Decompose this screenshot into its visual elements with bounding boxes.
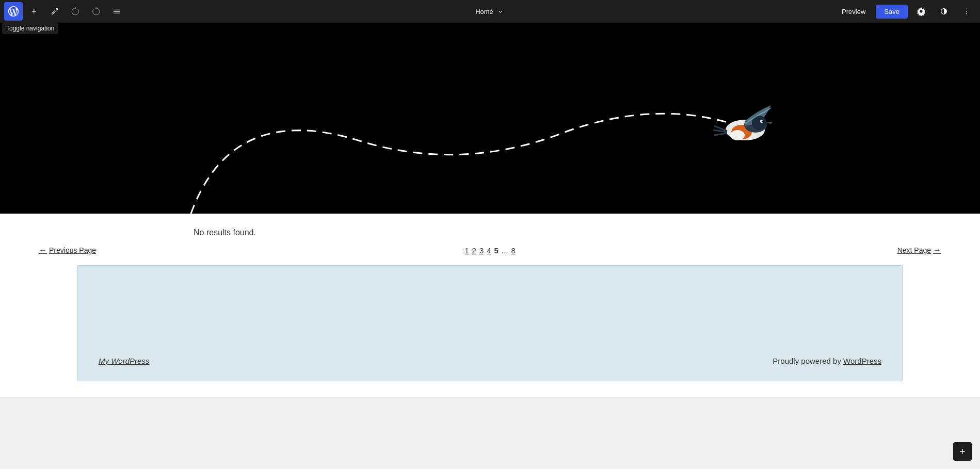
dashed-path-svg: [0, 23, 980, 214]
list-view-button[interactable]: [107, 2, 126, 21]
add-block-bottom-button[interactable]: [953, 442, 972, 461]
appearance-button[interactable]: [935, 2, 953, 21]
hero-section: [0, 23, 980, 214]
settings-button[interactable]: [912, 2, 930, 21]
page-1-link[interactable]: 1: [464, 246, 469, 255]
toolbar-center: Home: [471, 5, 509, 18]
content-inner: No results found.: [0, 228, 980, 237]
preview-button[interactable]: Preview: [836, 5, 872, 19]
previous-page-label: Previous Page: [49, 246, 96, 254]
svg-point-3: [730, 130, 745, 140]
footer-wrapper: My WordPress Proudly powered by WordPres…: [0, 265, 980, 397]
page-title-button[interactable]: Home: [471, 5, 509, 18]
page-8-link[interactable]: 8: [511, 246, 515, 255]
footer-powered-by: Proudly powered by WordPress: [773, 357, 881, 365]
page-4-link[interactable]: 4: [487, 246, 491, 255]
toolbar: Home Preview Save: [0, 0, 980, 23]
toolbar-left: [4, 2, 126, 21]
edit-button[interactable]: [45, 2, 64, 21]
redo-button[interactable]: [87, 2, 105, 21]
page-3-link[interactable]: 3: [479, 246, 484, 255]
content-area: No results found. ← Previous Page 1 2 3 …: [0, 214, 980, 265]
wordpress-link[interactable]: WordPress: [843, 357, 881, 365]
footer-block: My WordPress Proudly powered by WordPres…: [77, 265, 903, 381]
options-button[interactable]: [957, 2, 976, 21]
bird-image: [712, 100, 779, 152]
previous-page-link[interactable]: ← Previous Page: [39, 246, 96, 255]
next-page-label: Next Page: [897, 246, 931, 254]
page-5-current: 5: [494, 246, 499, 255]
prev-arrow-icon: ←: [39, 246, 47, 255]
toolbar-right: Preview Save: [836, 2, 976, 21]
no-results-text: No results found.: [194, 228, 980, 237]
next-page-link[interactable]: Next Page →: [897, 246, 941, 255]
svg-point-6: [762, 121, 763, 122]
pagination: ← Previous Page 1 2 3 4 5 ... 8 Next Pag…: [0, 244, 980, 265]
page-numbers: 1 2 3 4 5 ... 8: [464, 246, 516, 255]
site-name-link[interactable]: My WordPress: [99, 357, 149, 365]
add-block-toolbar-button[interactable]: [25, 2, 43, 21]
save-button[interactable]: Save: [876, 5, 908, 19]
next-arrow-icon: →: [933, 246, 941, 255]
page-title-text: Home: [475, 8, 493, 15]
toggle-navigation-tooltip: Toggle navigation: [2, 23, 58, 34]
powered-by-text: Proudly powered by: [773, 357, 843, 365]
canvas-wrapper: No results found. ← Previous Page 1 2 3 …: [0, 23, 980, 469]
page-2-link[interactable]: 2: [472, 246, 476, 255]
undo-button[interactable]: [66, 2, 85, 21]
wordpress-logo[interactable]: [4, 2, 23, 21]
ellipsis: ...: [502, 246, 508, 255]
